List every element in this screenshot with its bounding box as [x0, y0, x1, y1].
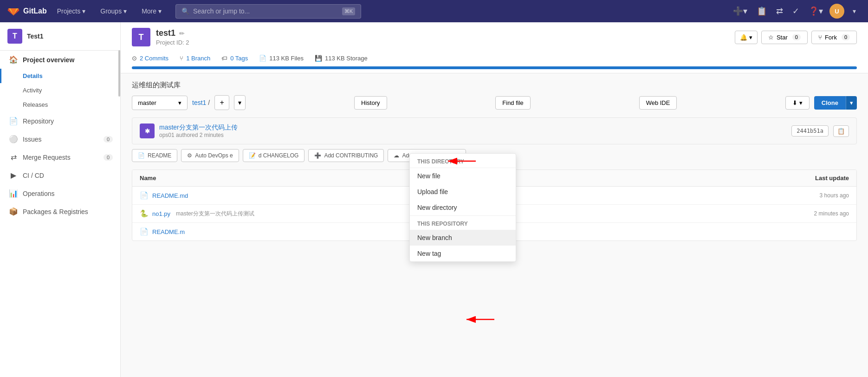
- download-icon: ⬇: [792, 99, 797, 106]
- merge-request-icon-btn[interactable]: ⇄: [773, 3, 786, 19]
- dropdown-item-new-branch[interactable]: New branch: [410, 230, 516, 246]
- download-btn[interactable]: ⬇ ▾: [785, 96, 810, 110]
- stats-row: ⊙ 2 Commits ⑂ 1 Branch 🏷 0 Tags 📄 113 KB…: [132, 50, 857, 66]
- search-icon: 🔍: [181, 7, 189, 15]
- sidebar-item-operations[interactable]: 📊 Operations: [0, 184, 120, 202]
- repo-description: 运维组的测试库: [132, 81, 857, 90]
- dropdown-item-new-file[interactable]: New file: [410, 168, 516, 184]
- commits-link[interactable]: 2 Commits: [140, 55, 168, 62]
- project-title-row: T test1 ✏ Project ID: 2 🔔 ▾ ☆: [132, 28, 857, 46]
- files-value: 113 KB Files: [269, 55, 304, 62]
- more-nav-btn[interactable]: More ▾: [137, 5, 166, 18]
- readme-btn[interactable]: 📄 README: [132, 149, 177, 162]
- dropdown-arrow-btn[interactable]: ▾: [234, 95, 246, 110]
- star-btn[interactable]: ☆ Star 0: [761, 31, 808, 44]
- gitlab-logo[interactable]: GitLab: [7, 5, 47, 17]
- autodevops-icon: ⚙: [187, 152, 192, 159]
- commit-row: ✱ master分支第一次代码上传 ops01 authored 2 minut…: [132, 117, 857, 144]
- sidebar-sub-item-releases[interactable]: Releases: [0, 98, 120, 112]
- new-item-btn[interactable]: ➕ ▾: [730, 3, 750, 19]
- star-icon: ☆: [768, 34, 774, 41]
- dropdown-section-this-directory: This directory: [410, 154, 516, 168]
- issues-icon-btn[interactable]: ✓: [790, 3, 802, 19]
- copy-hash-btn[interactable]: 📋: [833, 125, 849, 137]
- sidebar: T Test1 🏠 Project overview Details Activ…: [0, 22, 121, 377]
- merge-requests-badge: 0: [104, 154, 113, 161]
- user-avatar[interactable]: U: [829, 4, 844, 19]
- find-file-btn[interactable]: Find file: [495, 96, 531, 110]
- sidebar-scrollbar[interactable]: [118, 50, 120, 97]
- branch-selector[interactable]: master ▾: [132, 96, 188, 110]
- history-btn[interactable]: History: [354, 96, 387, 110]
- tags-link[interactable]: 0 Tags: [230, 55, 248, 62]
- sidebar-item-cicd[interactable]: ▶ CI / CD: [0, 166, 120, 184]
- sidebar-item-repository[interactable]: 📄 Repository: [0, 112, 120, 130]
- repo-content: 运维组的测试库 master ▾ test1 / + ▾ History Fin…: [121, 73, 868, 248]
- storage-value: 113 KB Storage: [325, 55, 368, 62]
- storage-icon: 💾: [315, 55, 322, 62]
- project-header: T test1 ✏ Project ID: 2 🔔 ▾ ☆: [121, 22, 868, 73]
- dropdown-item-new-tag[interactable]: New tag: [410, 246, 516, 261]
- autodevops-btn[interactable]: ⚙ Auto DevOps e: [181, 149, 239, 162]
- fork-btn[interactable]: ⑂ Fork 0: [811, 31, 857, 44]
- clone-btn[interactable]: Clone: [814, 96, 846, 110]
- sidebar-item-merge-requests[interactable]: ⇄ Merge Requests 0: [0, 148, 120, 166]
- sidebar-sub-item-activity[interactable]: Activity: [0, 83, 120, 98]
- new-file-plus-btn[interactable]: +: [214, 95, 229, 110]
- clone-dropdown-btn[interactable]: ▾: [846, 96, 857, 110]
- packages-icon: 📦: [9, 207, 18, 216]
- stat-branches: ⑂ 1 Branch: [180, 55, 210, 62]
- repo-toolbar: master ▾ test1 / + ▾ History Find file W…: [132, 95, 857, 110]
- readme-file-link[interactable]: README.md: [152, 192, 188, 199]
- groups-nav-btn[interactable]: Groups ▾: [96, 5, 131, 18]
- help-icon-btn[interactable]: ❓ ▾: [806, 3, 826, 19]
- progress-bar: [132, 66, 857, 69]
- readme-bottom-link[interactable]: README.m: [152, 228, 185, 235]
- top-navigation: GitLab Projects ▾ Groups ▾ More ▾ 🔍 ⌘K ➕…: [0, 0, 868, 22]
- no1py-file-time: 2 minutes ago: [779, 210, 849, 217]
- avatar-dropdown-btn[interactable]: ▾: [848, 5, 861, 18]
- sidebar-item-issues[interactable]: ⚪ Issues 0: [0, 130, 120, 148]
- gitlab-logo-text: GitLab: [23, 7, 47, 15]
- chevron-down-icon: ▾: [178, 99, 181, 106]
- project-name: test1: [156, 28, 175, 38]
- sidebar-project-header: T Test1: [0, 22, 120, 51]
- todo-icon-btn[interactable]: 📋: [754, 3, 770, 19]
- sidebar-sub-item-details[interactable]: Details: [0, 69, 120, 83]
- dropdown-item-new-directory[interactable]: New directory: [410, 200, 516, 215]
- operations-icon: 📊: [9, 189, 18, 198]
- fork-icon: ⑂: [818, 34, 822, 41]
- merge-requests-icon: ⇄: [9, 153, 18, 162]
- notifications-btn[interactable]: 🔔 ▾: [735, 31, 758, 44]
- search-input[interactable]: [193, 7, 338, 15]
- projects-nav-btn[interactable]: Projects ▾: [52, 5, 91, 18]
- dropdown-item-upload-file[interactable]: Upload file: [410, 184, 516, 200]
- main-content: T test1 ✏ Project ID: 2 🔔 ▾ ☆: [121, 22, 868, 377]
- col-header-last-update: Last update: [779, 175, 849, 182]
- sidebar-project-name: Test1: [27, 32, 44, 40]
- commit-author-avatar: ✱: [140, 124, 155, 138]
- web-ide-btn[interactable]: Web IDE: [639, 96, 677, 110]
- path-root-link[interactable]: test1: [192, 99, 206, 106]
- python-file-icon: 🐍: [140, 209, 149, 218]
- no1py-file-link[interactable]: no1.py: [152, 210, 170, 217]
- stat-files: 📄 113 KB Files: [259, 55, 304, 62]
- nav-right-actions: ➕ ▾ 📋 ⇄ ✓ ❓ ▾ U ▾: [730, 3, 861, 19]
- changelog-btn[interactable]: 📝 d CHANGELOG: [243, 149, 305, 162]
- project-avatar: T: [132, 28, 150, 46]
- commit-hash: 2441b51a: [791, 125, 829, 136]
- branch-selector-label: master: [138, 99, 156, 106]
- readme-file-time: 3 hours ago: [779, 192, 849, 199]
- edit-icon[interactable]: ✏: [179, 30, 185, 37]
- kubernetes-icon: ☁: [394, 152, 399, 159]
- project-info: test1 ✏ Project ID: 2: [156, 28, 189, 46]
- sidebar-item-project-overview[interactable]: 🏠 Project overview: [0, 51, 120, 69]
- tag-icon: 🏷: [221, 55, 227, 62]
- stat-tags: 🏷 0 Tags: [221, 55, 248, 62]
- branches-link[interactable]: 1 Branch: [186, 55, 210, 62]
- repository-icon: 📄: [9, 117, 18, 125]
- contributing-btn[interactable]: ➕ Add CONTRIBUTING: [308, 149, 384, 162]
- commit-message[interactable]: master分支第一次代码上传: [159, 124, 238, 132]
- dropdown-section-this-repository: This repository: [410, 216, 516, 230]
- sidebar-item-packages[interactable]: 📦 Packages & Registries: [0, 202, 120, 221]
